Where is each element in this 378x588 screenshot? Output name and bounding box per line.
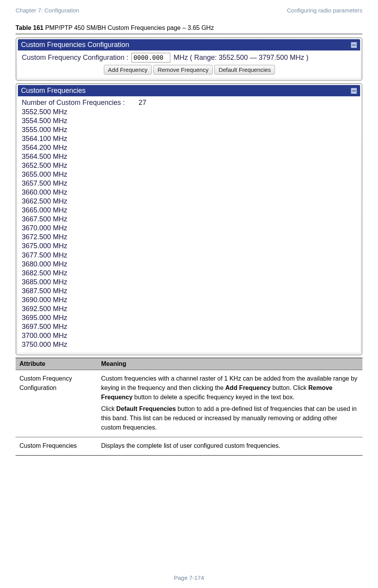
frequency-item: 3680.000 MHz [22, 260, 357, 269]
frequency-input[interactable] [131, 53, 170, 63]
config-panel: Custom Frequencies Configuration Custom … [16, 37, 362, 81]
caption-rest: PMP/PTP 450 SM/BH Custom Frequencies pag… [44, 24, 214, 31]
frequency-item: 3564.100 MHz [22, 134, 357, 143]
collapse-icon[interactable] [351, 42, 357, 48]
meaning-cell: Custom frequencies with a channel raster… [97, 370, 362, 437]
frequency-item: 3665.000 MHz [22, 206, 357, 215]
frequencies-panel-title-text: Custom Frequencies [21, 87, 86, 95]
table-caption: Table 161 PMP/PTP 450 SM/BH Custom Frequ… [16, 24, 362, 31]
frequency-item: 3685.000 MHz [22, 278, 357, 287]
frequency-item: 3660.000 MHz [22, 188, 357, 197]
config-panel-title-text: Custom Frequencies Configuration [21, 41, 129, 49]
frequency-item: 3652.500 MHz [22, 161, 357, 170]
header-meaning: Meaning [97, 358, 362, 370]
frequency-item: 3690.000 MHz [22, 296, 357, 304]
caption-rule [16, 34, 362, 34]
frequency-item: 3682.500 MHz [22, 269, 357, 278]
frequencies-panel-title: Custom Frequencies [18, 85, 360, 96]
frequency-item: 3750.000 MHz [22, 340, 357, 349]
frequency-item: 3672.500 MHz [22, 233, 357, 242]
frequency-item: 3670.000 MHz [22, 224, 357, 233]
frequency-item: 3655.000 MHz [22, 170, 357, 179]
frequency-item: 3564.500 MHz [22, 152, 357, 161]
frequency-item: 3697.500 MHz [22, 322, 357, 331]
table-row: Custom Frequency Configuration Custom fr… [16, 370, 362, 437]
page-footer: Page 7-174 [0, 574, 378, 581]
default-frequencies-button[interactable]: Default Frequencies [214, 65, 275, 75]
frequency-list: 3552.500 MHz3554.500 MHz3555.000 MHz3564… [22, 108, 357, 349]
frequencies-panel: Custom Frequencies Number of Custom Freq… [16, 83, 362, 355]
frequency-item: 3692.500 MHz [22, 304, 357, 313]
section-label: Configuring radio parameters [287, 7, 362, 14]
add-frequency-button[interactable]: Add Frequency [104, 65, 152, 75]
config-label: Custom Frequency Configuration : [22, 54, 128, 62]
frequency-item: 3555.000 MHz [22, 125, 357, 134]
frequency-item: 3662.500 MHz [22, 197, 357, 206]
frequency-item: 3687.500 MHz [22, 287, 357, 296]
frequency-item: 3667.500 MHz [22, 215, 357, 224]
config-panel-title: Custom Frequencies Configuration [18, 39, 360, 50]
count-value: 27 [138, 99, 146, 106]
frequency-item: 3554.500 MHz [22, 117, 357, 125]
frequency-item: 3552.500 MHz [22, 108, 357, 117]
attribute-table: Attribute Meaning Custom Frequency Confi… [16, 358, 362, 456]
attr-cell: Custom Frequency Configuration [16, 370, 97, 437]
table-row: Custom Frequencies Displays the complete… [16, 437, 362, 455]
caption-prefix: Table 161 [16, 24, 44, 31]
attr-cell: Custom Frequencies [16, 437, 97, 455]
frequency-item: 3564.200 MHz [22, 143, 357, 152]
chapter-label: Chapter 7: Configuration [16, 7, 79, 14]
header-attribute: Attribute [16, 358, 97, 370]
frequency-item: 3677.500 MHz [22, 251, 357, 260]
range-text: MHz ( Range: 3552.500 — 3797.500 MHz ) [173, 54, 308, 62]
frequency-item: 3700.000 MHz [22, 331, 357, 340]
meaning-cell: Displays the complete list of user confi… [97, 437, 362, 455]
frequency-item: 3695.000 MHz [22, 313, 357, 322]
frequency-item: 3675.000 MHz [22, 242, 357, 251]
frequency-item: 3657.500 MHz [22, 179, 357, 188]
remove-frequency-button[interactable]: Remove Frequency [153, 65, 213, 75]
collapse-icon[interactable] [351, 88, 357, 94]
count-label: Number of Custom Frequencies : [22, 99, 125, 106]
